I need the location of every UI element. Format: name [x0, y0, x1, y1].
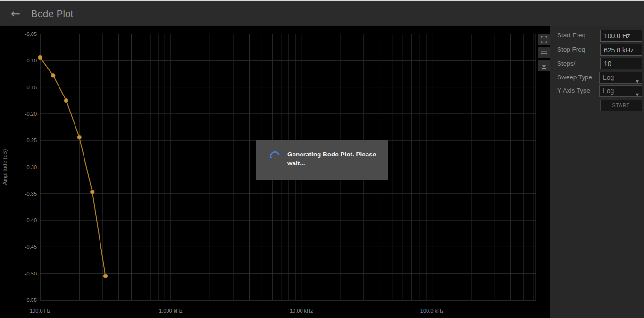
generating-modal: Generating Bode Plot. Please wait...	[256, 140, 388, 180]
bode-plot-app: ← Bode Plot -0.05-0.10-0.15-0.20-0.25-0.…	[0, 0, 644, 318]
data-point	[51, 74, 55, 77]
y-tick-label: -0.30	[25, 164, 37, 170]
y-tick-label: -0.45	[25, 244, 37, 249]
stop-freq-label: Stop Freq	[557, 46, 585, 53]
y-tick-label: -0.25	[25, 138, 37, 143]
sweep-type-select[interactable]: Log ▼	[599, 72, 642, 84]
back-arrow-icon: ←	[11, 7, 20, 20]
x-tick-label: 100.0 kHz	[420, 308, 444, 314]
series-visibility-button[interactable]	[538, 47, 550, 58]
data-point	[64, 99, 68, 103]
start-freq-label: Start Freq	[557, 32, 585, 39]
sweep-type-value: Log	[603, 74, 614, 81]
data-point	[91, 190, 94, 194]
x-tick-label: 1.000 kHz	[159, 308, 183, 314]
start-button[interactable]: START	[600, 100, 642, 111]
stop-freq-input[interactable]	[600, 44, 642, 56]
series-line	[40, 58, 105, 276]
y-tick-label: -0.40	[25, 217, 37, 223]
x-tick-label: 10.00 kHz	[290, 308, 313, 314]
y-tick-label: -0.20	[25, 111, 37, 117]
download-icon	[538, 60, 550, 71]
chevron-down-icon: ▼	[636, 89, 639, 100]
y-tick-label: -0.55	[25, 297, 37, 303]
steps-label: Steps/	[557, 60, 575, 67]
y-axis-type-value: Log	[603, 87, 614, 95]
y-tick-label: -0.05	[25, 31, 37, 37]
series-lines-icon	[538, 47, 550, 58]
y-axis-type-select[interactable]: Log ▼	[599, 85, 642, 97]
steps-input[interactable]	[600, 58, 642, 69]
y-tick-label: -0.15	[25, 85, 37, 90]
download-button[interactable]	[538, 60, 550, 71]
fullscreen-button[interactable]	[538, 34, 550, 45]
modal-message: Generating Bode Plot. Please wait...	[287, 150, 384, 168]
y-tick-label: -0.50	[25, 271, 37, 276]
x-tick-label: 100.0 Hz	[30, 308, 50, 314]
spinner-icon	[270, 151, 280, 161]
y-axis-type-label: Y Axis Type	[557, 87, 590, 94]
sweep-type-label: Sweep Type	[557, 74, 592, 81]
data-point	[77, 135, 81, 139]
controls-panel: Start Freq Stop Freq Steps/ Sweep Type L…	[550, 26, 644, 318]
y-tick-label: -0.10	[25, 58, 37, 63]
start-freq-input[interactable]	[600, 30, 642, 42]
y-axis-label: Amplitude (dB)	[2, 149, 8, 185]
header-bar: ← Bode Plot	[0, 1, 644, 26]
data-point	[38, 56, 42, 60]
y-tick-label: -0.35	[25, 191, 37, 197]
fullscreen-icon	[538, 34, 550, 45]
page-title: Bode Plot	[31, 9, 73, 19]
data-point	[103, 274, 107, 278]
back-button[interactable]: ←	[8, 6, 24, 21]
